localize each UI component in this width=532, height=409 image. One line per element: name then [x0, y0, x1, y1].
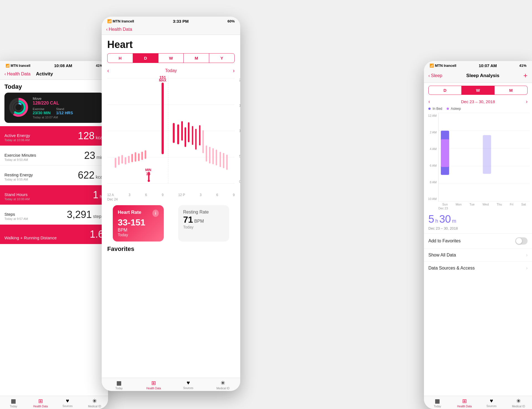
right-tab-medical[interactable]: ✳ Medical ID [505, 398, 532, 408]
sleep-tab-D[interactable]: D [429, 86, 462, 95]
center-phone: 📶 MTN Irancell 3:33 PM 60% ‹ Health Data… [102, 17, 240, 391]
y-label-0: 0 [239, 180, 240, 184]
resting-energy-label: Resting Energy [4, 172, 33, 177]
active-energy-value-area: 128 kcal [78, 130, 104, 142]
sleep-prev-arrow[interactable]: ‹ [428, 99, 430, 105]
add-to-favorites-label: Add to Favorites [428, 238, 461, 243]
favorites-title: Favorites [107, 245, 235, 253]
toggle-knob [516, 238, 522, 244]
stand-hours-row[interactable]: Stand Hours Today at 10:00 AM 1 hr [0, 185, 108, 205]
active-energy-row[interactable]: Active Energy Today at 10:06 AM 128 kcal [0, 126, 108, 146]
left-back-button[interactable]: ‹ Health Data [4, 72, 30, 77]
stand-value: 1/12 HRS [56, 111, 73, 115]
add-to-favorites-row[interactable]: Add to Favorites [424, 233, 532, 248]
right-tab-bar: ▦ Today ⊞ Health Data ♥ Sources ✳ Medica… [424, 396, 532, 409]
show-all-data-row[interactable]: Show All Data › [424, 248, 532, 261]
x-sat: Sat [521, 203, 526, 206]
svg-text:151: 151 [159, 75, 166, 80]
sleep-tab-M[interactable]: M [495, 86, 527, 95]
resting-energy-value-area: 622 kcal [78, 169, 104, 181]
bottom-cards: Heart Rate 33-151 BPM Today i Resting Ra… [107, 201, 235, 242]
left-today-title: Today [0, 80, 108, 93]
right-tab-today[interactable]: ▦ Today [424, 398, 451, 408]
exercise-item: Exercise 23/30 MIN [33, 107, 51, 115]
chart-next-arrow[interactable]: › [233, 67, 235, 74]
hr-range-value: 33-151 [118, 217, 145, 227]
center-today-icon: ▦ [116, 380, 122, 386]
chart-prev-arrow[interactable]: ‹ [107, 67, 109, 74]
heart-rate-card[interactable]: Heart Rate 33-151 BPM Today i [113, 205, 164, 242]
left-tab-bar: ▦ Today ⊞ Health Data ♥ Sources ✳ Medica… [0, 396, 108, 409]
center-sources-label: Sources [183, 387, 193, 390]
y-8am: 8 AM [426, 181, 437, 184]
center-tab-medical[interactable]: ✳ Medical ID [206, 380, 240, 390]
sleep-duration-period: Dec 23 – 30, 2018 [424, 226, 532, 233]
sleep-tab-W[interactable]: W [462, 86, 495, 95]
x-tue: Tue [469, 203, 475, 206]
inbed-dot [428, 108, 431, 110]
stand-hours-value: 1 [93, 189, 98, 200]
right-phone: 📶 MTN Irancell 10:07 AM 41% ‹ Sleep Slee… [424, 61, 532, 409]
right-back-button[interactable]: ‹ Sleep [428, 73, 442, 78]
steps-label: Steps [4, 212, 28, 217]
left-tab-today[interactable]: ▦ Today [0, 398, 27, 408]
resting-energy-row[interactable]: Resting Energy Today at 9:55 AM 622 kcal [0, 166, 108, 185]
right-nav-bar: ‹ Sleep Sleep Analysis + [424, 69, 532, 83]
steps-row[interactable]: Steps Today at 9:57 AM 3,291 steps [0, 205, 108, 225]
activity-card[interactable]: Move 128/220 CAL Exercise 23/30 MIN Stan… [4, 93, 104, 123]
y-2am: 2 AM [426, 131, 437, 134]
resting-title: Resting Rate [183, 210, 224, 215]
health-data-icon: ⊞ [38, 398, 43, 404]
left-tab-medical[interactable]: ✳ Medical ID [81, 398, 108, 408]
right-tab-sources[interactable]: ♥ Sources [478, 398, 505, 408]
center-medical-icon: ✳ [221, 380, 225, 386]
center-tab-sources[interactable]: ♥ Sources [171, 380, 206, 390]
walking-distance-row[interactable]: Walking + Running Distance 1.6 [0, 225, 108, 244]
resting-energy-value: 622 [78, 169, 94, 181]
center-tab-health-data[interactable]: ⊞ Health Data [136, 380, 171, 390]
right-nav-title: Sleep Analysis [466, 73, 499, 78]
left-tab-health-data[interactable]: ⊞ Health Data [27, 398, 54, 408]
chart-bottom-date: Dec 24 [102, 197, 240, 201]
hr-card-title: Heart Rate [118, 210, 152, 215]
info-badge[interactable]: i [152, 210, 159, 217]
sleep-tabs: D W M [428, 86, 528, 95]
y-10am: 10 AM [426, 197, 437, 200]
right-back-chevron: ‹ [428, 73, 430, 78]
sleep-next-arrow[interactable]: › [526, 99, 528, 105]
stand-label: Stand [56, 107, 73, 111]
exercise-label: Exercise [33, 107, 51, 111]
left-tab-sources[interactable]: ♥ Sources [54, 398, 81, 408]
left-phone: 📶 MTN Irancell 10:08 AM 41% ‹ Health Dat… [0, 61, 108, 409]
heart-chart-container: 200 150 100 50 0 [107, 75, 235, 192]
heart-chart-svg: MIN 33 MAX 151 [107, 75, 235, 192]
right-tab-health-data[interactable]: ⊞ Health Data [451, 398, 478, 408]
center-signal: 📶 MTN Irancell [107, 19, 134, 23]
svg-rect-52 [441, 139, 449, 167]
left-back-label[interactable]: Health Data [7, 72, 30, 77]
tab-W[interactable]: W [158, 54, 184, 63]
svg-text:MIN: MIN [145, 168, 151, 172]
right-medical-icon: ✳ [516, 398, 521, 404]
y-6am: 6 AM [426, 164, 437, 167]
center-sources-icon: ♥ [187, 380, 190, 386]
exercise-minutes-row[interactable]: Exercise Minutes Today at 9:50 AM 23 min [0, 146, 108, 166]
tab-D[interactable]: D [133, 54, 158, 63]
data-sources-row[interactable]: Data Sources & Access › [424, 261, 532, 275]
left-chevron-icon: ‹ [4, 72, 6, 77]
sleep-chart-svg [439, 113, 530, 202]
exercise-minutes-time: Today at 9:50 AM [4, 158, 36, 161]
right-time: 10:07 AM [479, 63, 497, 68]
tab-H[interactable]: H [108, 54, 133, 63]
add-to-favorites-toggle[interactable] [515, 237, 528, 245]
tab-Y[interactable]: Y [209, 54, 234, 63]
svg-rect-53 [483, 135, 491, 174]
right-plus-button[interactable]: + [523, 71, 528, 80]
x-fri: Fri [510, 203, 513, 206]
resting-unit: BPM [194, 219, 204, 223]
tab-M[interactable]: M [184, 54, 209, 63]
center-back-button[interactable]: ‹ Health Data [106, 27, 236, 32]
x-label-3: 3 [129, 193, 131, 197]
center-tab-today[interactable]: ▦ Today [102, 380, 136, 390]
x-thu: Thu [497, 203, 502, 206]
